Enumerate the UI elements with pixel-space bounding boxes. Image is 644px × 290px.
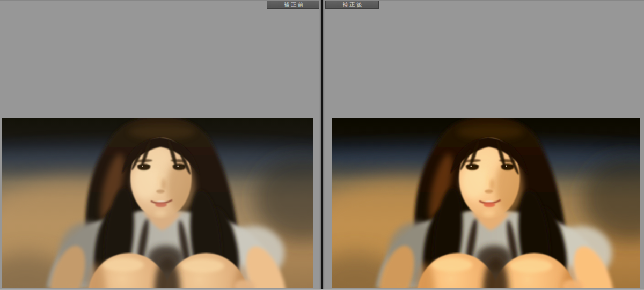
compare-view: 補正前 補正後: [0, 0, 644, 290]
after-label-tab: 補正後: [325, 1, 379, 9]
photo-before[interactable]: [2, 118, 313, 288]
before-label-tab: 補正前: [267, 1, 320, 9]
beach-portrait-before-image: [2, 118, 313, 288]
photo-after[interactable]: [332, 118, 640, 288]
panel-divider[interactable]: [319, 0, 325, 290]
beach-portrait-after-image: [332, 118, 640, 288]
